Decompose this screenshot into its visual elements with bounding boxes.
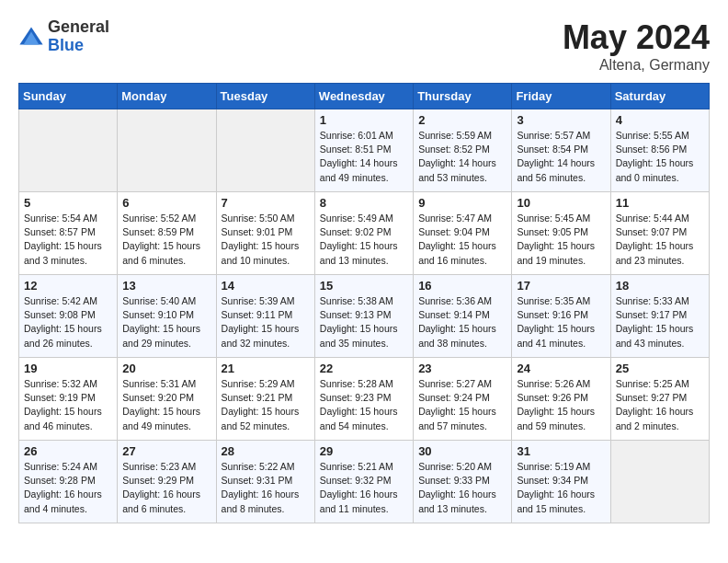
calendar-cell: 19Sunrise: 5:32 AMSunset: 9:19 PMDayligh… — [19, 358, 118, 441]
calendar-cell: 1Sunrise: 6:01 AMSunset: 8:51 PMDaylight… — [314, 109, 413, 192]
cell-info: Sunset: 9:04 PM — [418, 225, 506, 239]
cell-info: Daylight: 14 hours — [320, 156, 408, 170]
weekday-header: Sunday — [19, 84, 118, 109]
cell-info: and 41 minutes. — [517, 337, 605, 350]
cell-info: and 13 minutes. — [418, 502, 506, 516]
cell-info: Daylight: 15 hours — [24, 322, 112, 336]
calendar-cell: 31Sunrise: 5:19 AMSunset: 9:34 PMDayligh… — [512, 441, 610, 523]
calendar-cell: 5Sunrise: 5:54 AMSunset: 8:57 PMDaylight… — [19, 192, 118, 275]
logo-general-text: General — [48, 18, 109, 37]
logo-blue-text: Blue — [48, 37, 109, 55]
cell-info: Sunrise: 5:49 AM — [320, 212, 408, 225]
cell-info: Daylight: 16 hours — [320, 488, 408, 501]
calendar-cell: 24Sunrise: 5:26 AMSunset: 9:26 PMDayligh… — [512, 358, 610, 441]
cell-info: and 49 minutes. — [320, 171, 408, 185]
cell-info: and 57 minutes. — [418, 419, 506, 433]
cell-info: and 23 minutes. — [616, 254, 704, 268]
cell-info: Daylight: 15 hours — [222, 322, 310, 336]
day-number: 19 — [24, 362, 112, 375]
cell-info: Sunrise: 5:22 AM — [222, 460, 310, 474]
cell-info: Sunrise: 5:42 AM — [24, 294, 112, 308]
calendar-cell: 20Sunrise: 5:31 AMSunset: 9:20 PMDayligh… — [118, 358, 216, 441]
calendar-cell: 7Sunrise: 5:50 AMSunset: 9:01 PMDaylight… — [216, 192, 314, 275]
cell-info: Daylight: 15 hours — [418, 405, 506, 419]
cell-info: and 35 minutes. — [320, 337, 408, 350]
calendar-cell: 27Sunrise: 5:23 AMSunset: 9:29 PMDayligh… — [118, 441, 216, 523]
cell-info: Sunrise: 5:45 AM — [517, 212, 605, 225]
cell-info: Daylight: 15 hours — [222, 405, 310, 419]
day-number: 15 — [320, 279, 408, 293]
weekday-header: Tuesday — [216, 84, 314, 109]
cell-info: Sunset: 9:10 PM — [122, 308, 210, 322]
calendar-cell: 17Sunrise: 5:35 AMSunset: 9:16 PMDayligh… — [512, 275, 610, 358]
cell-info: Daylight: 15 hours — [24, 405, 112, 419]
weekday-header: Monday — [118, 84, 216, 109]
cell-info: Sunrise: 5:47 AM — [418, 212, 506, 225]
day-number: 21 — [222, 362, 310, 375]
cell-info: and 53 minutes. — [418, 171, 506, 185]
day-number: 30 — [418, 444, 506, 458]
cell-info: and 2 minutes. — [616, 419, 704, 433]
logo-text: General Blue — [48, 18, 109, 55]
cell-info: Sunset: 9:17 PM — [616, 308, 704, 322]
cell-info: Sunrise: 5:39 AM — [222, 294, 310, 308]
day-number: 13 — [122, 279, 210, 293]
cell-info: Daylight: 15 hours — [616, 239, 704, 253]
day-number: 28 — [222, 444, 310, 458]
cell-info: and 26 minutes. — [24, 337, 112, 350]
cell-info: Sunset: 9:23 PM — [320, 391, 408, 405]
cell-info: Sunrise: 5:19 AM — [517, 460, 605, 474]
cell-info: Daylight: 15 hours — [24, 239, 112, 253]
cell-info: Daylight: 14 hours — [517, 156, 605, 170]
cell-info: Sunrise: 5:31 AM — [122, 377, 210, 391]
cell-info: and 46 minutes. — [24, 419, 112, 433]
calendar-cell: 26Sunrise: 5:24 AMSunset: 9:28 PMDayligh… — [19, 441, 118, 523]
calendar-cell — [118, 109, 216, 192]
day-number: 7 — [222, 196, 310, 210]
cell-info: Daylight: 15 hours — [517, 405, 605, 419]
day-number: 11 — [616, 196, 704, 210]
cell-info: Daylight: 15 hours — [320, 322, 408, 336]
cell-info: Sunset: 9:07 PM — [616, 225, 704, 239]
cell-info: Daylight: 16 hours — [517, 488, 605, 501]
cell-info: Sunset: 9:13 PM — [320, 308, 408, 322]
cell-info: Daylight: 15 hours — [517, 239, 605, 253]
weekday-header: Wednesday — [314, 84, 413, 109]
calendar-cell: 8Sunrise: 5:49 AMSunset: 9:02 PMDaylight… — [314, 192, 413, 275]
cell-info: Sunrise: 5:21 AM — [320, 460, 408, 474]
cell-info: Daylight: 15 hours — [122, 405, 210, 419]
cell-info: and 3 minutes. — [24, 254, 112, 268]
day-number: 31 — [517, 444, 605, 458]
calendar-cell: 6Sunrise: 5:52 AMSunset: 8:59 PMDaylight… — [118, 192, 216, 275]
weekday-header: Saturday — [610, 84, 709, 109]
calendar-cell: 12Sunrise: 5:42 AMSunset: 9:08 PMDayligh… — [19, 275, 118, 358]
cell-info: Sunset: 9:34 PM — [517, 474, 605, 488]
cell-info: Daylight: 15 hours — [616, 156, 704, 170]
day-number: 27 — [122, 444, 210, 458]
day-number: 1 — [320, 113, 408, 127]
cell-info: Daylight: 15 hours — [320, 239, 408, 253]
cell-info: and 32 minutes. — [222, 337, 310, 350]
cell-info: Sunrise: 5:27 AM — [418, 377, 506, 391]
cell-info: Daylight: 15 hours — [418, 239, 506, 253]
cell-info: and 54 minutes. — [320, 419, 408, 433]
cell-info: and 29 minutes. — [122, 337, 210, 350]
day-number: 22 — [320, 362, 408, 375]
cell-info: and 59 minutes. — [517, 419, 605, 433]
calendar-cell: 10Sunrise: 5:45 AMSunset: 9:05 PMDayligh… — [512, 192, 610, 275]
cell-info: Sunset: 9:20 PM — [122, 391, 210, 405]
calendar-cell: 2Sunrise: 5:59 AMSunset: 8:52 PMDaylight… — [414, 109, 512, 192]
cell-info: Sunrise: 5:32 AM — [24, 377, 112, 391]
calendar-week-row: 5Sunrise: 5:54 AMSunset: 8:57 PMDaylight… — [19, 192, 710, 275]
cell-info: Sunrise: 5:52 AM — [122, 212, 210, 225]
cell-info: Sunrise: 5:36 AM — [418, 294, 506, 308]
cell-info: Sunrise: 5:55 AM — [616, 129, 704, 143]
day-number: 26 — [24, 444, 112, 458]
calendar-cell: 13Sunrise: 5:40 AMSunset: 9:10 PMDayligh… — [118, 275, 216, 358]
cell-info: and 0 minutes. — [616, 171, 704, 185]
cell-info: Sunset: 9:05 PM — [517, 225, 605, 239]
cell-info: Sunset: 8:54 PM — [517, 143, 605, 156]
cell-info: and 16 minutes. — [418, 254, 506, 268]
calendar-cell — [216, 109, 314, 192]
day-number: 25 — [616, 362, 704, 375]
